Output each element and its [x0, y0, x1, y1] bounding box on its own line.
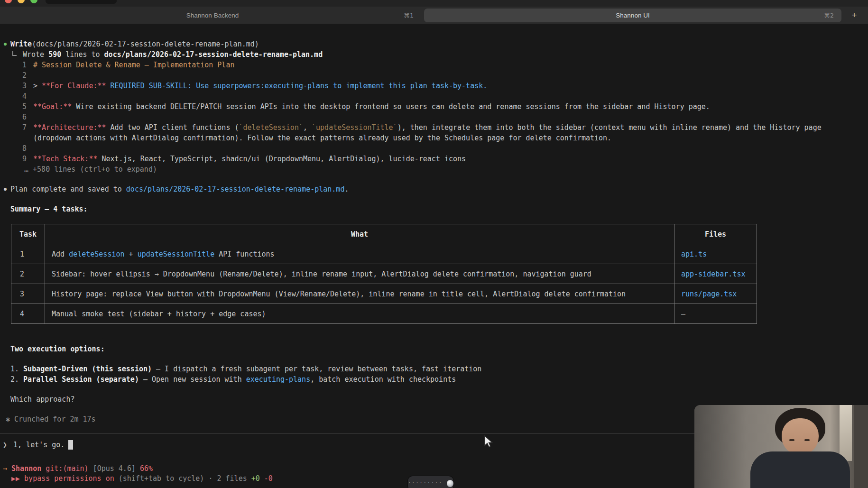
- option-1: 1. Subagent-Driven (this session) — I di…: [4, 364, 832, 374]
- dock-indicator[interactable]: ·········: [408, 476, 453, 488]
- text-segment: `updateSessionTitle`: [312, 123, 397, 132]
- text-segment: · 2 files: [204, 474, 251, 483]
- text-segment: 2.: [10, 375, 23, 384]
- truncation-note: … +580 lines (ctrl+o to expand): [4, 164, 832, 175]
- text-segment: →: [3, 464, 11, 473]
- code-line: 8: [4, 143, 832, 154]
- table-header-cell: Task: [11, 224, 45, 244]
- text-segment: Wire existing backend DELETE/PATCH sessi…: [72, 102, 710, 111]
- file-link[interactable]: deleteSession: [69, 250, 124, 258]
- task-cell: 2: [11, 264, 45, 284]
- tab-shannon-backend[interactable]: Shannon Backend ⌘1: [4, 9, 421, 22]
- traffic-light-maximize-icon[interactable]: [30, 0, 37, 3]
- code-line: 5**Goal:** Wire existing backend DELETE/…: [4, 101, 832, 112]
- tab-label: Shannon UI: [616, 12, 649, 19]
- text-segment: Add: [52, 250, 69, 258]
- files-cell: —: [674, 304, 757, 324]
- file-link[interactable]: docs/plans/2026-02-17-session-delete-ren…: [126, 185, 345, 193]
- summary-table-head-row: TaskWhatFiles: [11, 224, 757, 244]
- text-segment: +0: [251, 474, 260, 483]
- question-line: Which approach?: [4, 394, 832, 405]
- prompt-caret-icon: ❯: [3, 441, 7, 449]
- spinner-icon: [447, 480, 453, 487]
- text-segment: .: [344, 185, 349, 193]
- tab-bar: Shannon Backend ⌘1 Shannon UI ⌘2 +: [0, 7, 868, 24]
- text-segment: ,: [303, 123, 312, 132]
- line-number: 4: [4, 91, 33, 101]
- code-line: 3> **For Claude:** REQUIRED SUB-SKILL: U…: [4, 81, 832, 91]
- tab-shannon-ui[interactable]: Shannon UI ⌘2: [424, 9, 841, 22]
- traffic-light-close-icon[interactable]: [5, 0, 12, 3]
- line-content: **Tech Stack:** Next.js, React, TypeScri…: [33, 154, 832, 164]
- table-row: 1Add deleteSession + updateSessionTitle …: [11, 244, 757, 264]
- text-segment: **Goal:**: [33, 102, 72, 111]
- line-content: [33, 70, 832, 81]
- person-face: [782, 418, 819, 455]
- file-link[interactable]: api.ts: [681, 250, 707, 258]
- text-segment: — I dispatch a fresh subagent per task, …: [152, 365, 481, 373]
- line-number: 2: [4, 70, 33, 81]
- text-segment: bypass permissions on: [24, 474, 114, 483]
- text-segment: 1.: [10, 365, 23, 373]
- line-number: 8: [4, 143, 33, 154]
- line-number: 6: [4, 112, 33, 122]
- text-segment: lines to: [61, 50, 104, 59]
- text-segment: REQUIRED SUB-SKILL: Use superpowers:exec…: [111, 82, 488, 90]
- file-link[interactable]: runs/page.tsx: [681, 290, 737, 298]
- what-cell: Add deleteSession + updateSessionTitle A…: [45, 244, 674, 264]
- code-line: 6: [4, 112, 832, 122]
- what-cell: Manual smoke test (sidebar + history + e…: [45, 304, 674, 324]
- message-bullet-icon: ●: [4, 184, 7, 194]
- text-segment: +: [125, 250, 138, 258]
- task-cell: 3: [11, 284, 45, 304]
- text-segment: `deleteSession`: [239, 123, 303, 132]
- text-segment: History page: replace View button with D…: [52, 290, 626, 298]
- text-segment: **For Claude:**: [42, 82, 106, 90]
- dock-dots: ·········: [408, 481, 443, 486]
- code-line: 4: [4, 91, 832, 101]
- line-number: 7: [4, 122, 33, 143]
- text-segment: ▶▶: [11, 474, 24, 483]
- line-number: 1: [4, 60, 33, 70]
- code-line: 9**Tech Stack:** Next.js, React, TypeScr…: [4, 154, 832, 164]
- tool-call-line: ●Write(docs/plans/2026-02-17-session-del…: [4, 39, 832, 49]
- prompt-text: 1, let's go.: [13, 441, 65, 449]
- file-link[interactable]: executing-plans: [246, 375, 310, 384]
- table-row: 3History page: replace View button with …: [11, 284, 757, 304]
- text-segment: **Tech Stack:**: [33, 155, 97, 163]
- table-header-cell: Files: [674, 224, 757, 244]
- text-segment: git:(main): [41, 464, 88, 473]
- mouse-cursor: [484, 435, 494, 449]
- text-segment: Next.js, React, TypeScript, shadcn/ui (D…: [97, 155, 466, 163]
- elbow-icon: [12, 51, 17, 56]
- text-segment: Shannon: [11, 464, 41, 473]
- text-segment: Sidebar: hover ellipsis → DropdownMenu (…: [52, 270, 591, 278]
- file-link[interactable]: updateSessionTitle: [138, 250, 215, 258]
- line-content: > **For Claude:** REQUIRED SUB-SKILL: Us…: [33, 81, 832, 91]
- tool-result-text: Wrote 590 lines to docs/plans/2026-02-17…: [23, 50, 323, 59]
- line-content: **Architecture:** Add two API client fun…: [33, 122, 832, 143]
- person-eye: [789, 439, 794, 441]
- tab-label: Shannon Backend: [186, 12, 239, 19]
- line-content: [33, 112, 832, 122]
- text-segment: 66%: [136, 464, 153, 473]
- text-segment: (shift+tab to cycle): [114, 474, 204, 483]
- text-segment: [260, 474, 264, 483]
- summary-table-body: 1Add deleteSession + updateSessionTitle …: [11, 244, 757, 324]
- exec-options-heading: Two execution options:: [4, 344, 832, 354]
- line-number: 3: [4, 81, 33, 91]
- line-content: **Goal:** Wire existing backend DELETE/P…: [33, 101, 832, 112]
- file-link[interactable]: app-sidebar.tsx: [681, 270, 745, 278]
- table-header-cell: What: [45, 224, 674, 244]
- traffic-light-minimize-icon[interactable]: [18, 0, 25, 3]
- text-segment: API functions: [214, 250, 274, 258]
- tool-name: Write: [10, 40, 32, 48]
- person-eye: [804, 439, 810, 441]
- tool-status-icon: ●: [4, 39, 7, 49]
- new-tab-button[interactable]: +: [844, 9, 864, 22]
- text-segment: , batch execution with checkpoints: [310, 375, 456, 384]
- text-segment: **Architecture:**: [33, 123, 106, 132]
- code-line: 1# Session Delete & Rename — Implementat…: [4, 60, 832, 70]
- app-window: Shannon Backend ⌘1 Shannon UI ⌘2 + ●Writ…: [0, 0, 868, 488]
- text-segment: docs/plans/2026-02-17-session-delete-ren…: [104, 50, 323, 59]
